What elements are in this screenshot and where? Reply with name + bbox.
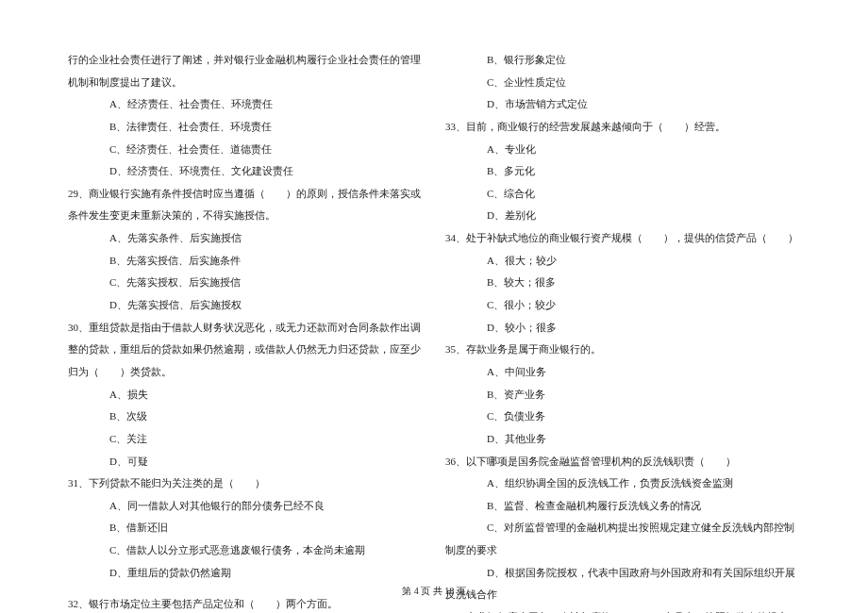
q32-opt-c: C、企业性质定位 [445, 72, 800, 94]
q28-opt-a: A、经济责任、社会责任、环境责任 [68, 93, 423, 116]
q31-stem: 31、下列贷款不能归为关注类的是（ ） [68, 472, 423, 495]
document-body: 行的企业社会责任进行了阐述，并对银行业金融机构履行企业社会责任的管理机制和制度提… [68, 49, 800, 570]
q29-opt-c: C、先落实授权、后实施授信 [68, 272, 423, 294]
q29-stem: 29、商业银行实施有条件授信时应当遵循（ ）的原则，授信条件未落实或条件发生变更… [68, 183, 423, 227]
q28-intro: 行的企业社会责任进行了阐述，并对银行业金融机构履行企业社会责任的管理机制和制度提… [68, 49, 423, 93]
q33-opt-b: B、多元化 [445, 160, 800, 183]
q33-opt-c: C、综合化 [445, 183, 800, 206]
q30-opt-b: B、次级 [68, 406, 423, 428]
q35-opt-c: C、负债业务 [445, 406, 800, 428]
q31-opt-d: D、重组后的贷款仍然逾期 [68, 562, 423, 585]
q32-opt-d: D、市场营销方式定位 [445, 93, 800, 116]
q34-opt-d: D、较小；很多 [445, 317, 800, 340]
q31-opt-b: B、借新还旧 [68, 517, 423, 539]
q30-opt-c: C、关注 [68, 428, 423, 451]
page-footer: 第 4 页 共 18 页 [0, 585, 868, 598]
q30-stem: 30、重组贷款是指由于借款人财务状况恶化，或无力还款而对合同条款作出调整的贷款，… [68, 317, 423, 384]
q29-opt-b: B、先落实授信、后实施条件 [68, 250, 423, 273]
right-column: B、银行形象定位 C、企业性质定位 D、市场营销方式定位 33、目前，商业银行的… [445, 49, 800, 570]
q31-opt-c: C、借款人以分立形式恶意逃废银行债务，本金尚未逾期 [68, 539, 423, 562]
q28-opt-d: D、经济责任、环境责任、文化建设责任 [68, 160, 423, 183]
q33-opt-d: D、差别化 [445, 205, 800, 227]
left-column: 行的企业社会责任进行了阐述，并对银行业金融机构履行企业社会责任的管理机制和制度提… [68, 49, 423, 570]
q34-opt-c: C、很小；较少 [445, 294, 800, 317]
q28-opt-c: C、经济责任、社会责任、道德责任 [68, 139, 423, 161]
q33-opt-a: A、专业化 [445, 139, 800, 161]
q36-stem: 36、以下哪项是国务院金融监督管理机构的反洗钱职责（ ） [445, 451, 800, 473]
q30-opt-d: D、可疑 [68, 451, 423, 473]
q34-opt-a: A、很大；较少 [445, 250, 800, 273]
q36-opt-c: C、对所监督管理的金融机构提出按照规定建立健全反洗钱内部控制制度的要求 [445, 517, 800, 561]
q29-opt-d: D、先落实授信、后实施授权 [68, 294, 423, 317]
q35-opt-d: D、其他业务 [445, 428, 800, 451]
q37-stem: 37、商业银行应当于每一会计年度终了（ ）个月内，按照银监会的规定，公布其上一年… [445, 606, 800, 613]
q34-stem: 34、处于补缺式地位的商业银行资产规模（ ），提供的信贷产品（ ） [445, 227, 800, 250]
q33-stem: 33、目前，商业银行的经营发展越来越倾向于（ ）经营。 [445, 116, 800, 139]
q35-opt-a: A、中间业务 [445, 361, 800, 384]
q36-opt-b: B、监督、检查金融机构履行反洗钱义务的情况 [445, 495, 800, 518]
q28-opt-b: B、法律责任、社会责任、环境责任 [68, 116, 423, 139]
q30-opt-a: A、损失 [68, 384, 423, 406]
q36-opt-a: A、组织协调全国的反洗钱工作，负责反洗钱资金监测 [445, 472, 800, 495]
q35-stem: 35、存款业务是属于商业银行的。 [445, 339, 800, 361]
q32-opt-b: B、银行形象定位 [445, 49, 800, 72]
q31-opt-a: A、同一借款人对其他银行的部分债务已经不良 [68, 495, 423, 518]
q35-opt-b: B、资产业务 [445, 384, 800, 406]
q29-opt-a: A、先落实条件、后实施授信 [68, 227, 423, 250]
q34-opt-b: B、较大；很多 [445, 272, 800, 294]
